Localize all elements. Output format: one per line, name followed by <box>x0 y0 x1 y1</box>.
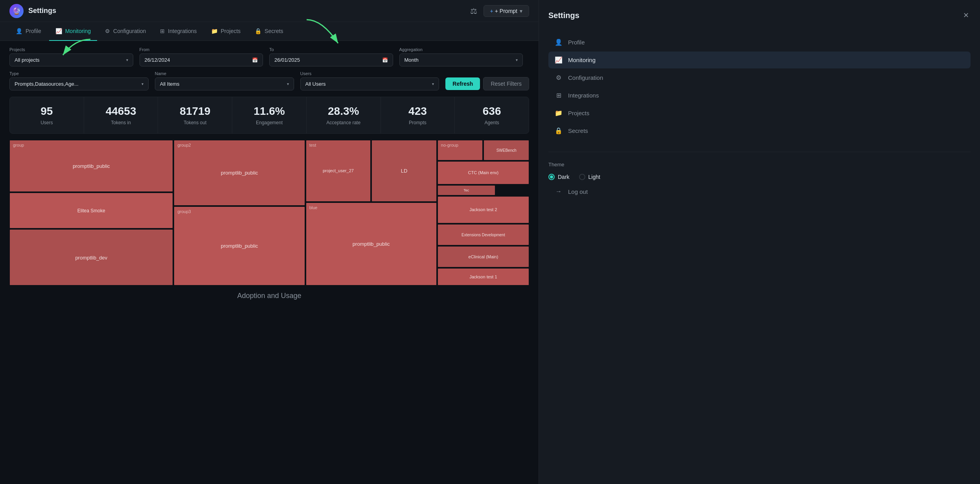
to-calendar-icon: 📅 <box>382 57 388 63</box>
filter-users: Users All Users ▾ <box>300 71 446 90</box>
adoption-label: Adoption and Usage <box>0 285 539 306</box>
nav-secrets-icon: 🔒 <box>555 127 563 134</box>
cell-ctc: CTC (Main env) <box>468 170 499 175</box>
configuration-icon: ⚙ <box>105 28 110 34</box>
settings-nav-configuration[interactable]: ⚙ Configuration <box>548 69 971 86</box>
theme-light-option[interactable]: Light <box>579 174 600 180</box>
nav-profile-label: Profile <box>568 39 585 46</box>
treemap-cell-swebench: SWEBench <box>484 140 529 160</box>
stat-prompts-label: Prompts <box>409 120 427 125</box>
nav-monitoring-icon: 📈 <box>555 56 563 64</box>
nav-tabs: 👤 Profile 📈 Monitoring ⚙ Configuration ⊞… <box>0 22 539 41</box>
stat-tokens-in-label: Tokens in <box>111 120 131 125</box>
reset-filters-button[interactable]: Reset Filters <box>483 77 529 90</box>
stat-tokens-in-value: 44653 <box>106 105 136 118</box>
projects-icon: 📁 <box>211 28 218 34</box>
projects-select[interactable]: All projects ▾ <box>9 53 133 66</box>
tab-projects-label: Projects <box>221 28 241 34</box>
stat-tokens-out-label: Tokens out <box>184 120 206 125</box>
cell-project-user: project_user_27 <box>323 168 354 173</box>
settings-nav: 👤 Profile 📈 Monitoring ⚙ Configuration ⊞… <box>548 34 971 139</box>
test-label: test <box>309 143 316 147</box>
stat-users-label: Users <box>40 120 53 125</box>
type-select[interactable]: Prompts,Datasources,Age... ▾ <box>9 77 149 90</box>
settings-panel: Settings ✕ 👤 Profile 📈 Monitoring ⚙ Conf… <box>539 0 980 484</box>
cell-promptlib-public-3: promptlib_public <box>221 243 258 249</box>
to-value: 26/01/2025 <box>274 57 300 63</box>
tab-profile-label: Profile <box>26 28 41 34</box>
cell-eclinical: eClinical (Main) <box>469 254 498 259</box>
topbar: 🔮 Settings ⚖ + + Prompt ▾ <box>0 0 539 22</box>
filters-row-1: Projects All projects ▾ From 26/12/2024 … <box>0 41 539 70</box>
settings-nav-monitoring[interactable]: 📈 Monitoring <box>548 52 971 68</box>
treemap-cell-elitea: Elitea Smoke <box>9 193 173 228</box>
settings-nav-profile[interactable]: 👤 Profile <box>548 34 971 51</box>
aggregation-select[interactable]: Month ▾ <box>399 53 523 66</box>
settings-nav-projects[interactable]: 📁 Projects <box>548 105 971 121</box>
tab-configuration[interactable]: ⚙ Configuration <box>99 22 152 41</box>
prompt-button[interactable]: + + Prompt ▾ <box>484 5 529 17</box>
tab-monitoring[interactable]: 📈 Monitoring <box>49 22 97 41</box>
aggregation-label: Aggregation <box>399 47 523 52</box>
stat-engagement: 11.6% Engagement <box>232 97 306 133</box>
nav-configuration-icon: ⚙ <box>555 74 563 81</box>
users-value: All Users <box>305 81 326 87</box>
secrets-icon: 🔒 <box>255 28 261 34</box>
cell-promptlib-public-2: promptlib_public <box>221 170 258 176</box>
logout-button[interactable]: → Log out <box>548 183 971 200</box>
group3-label: group3 <box>177 209 191 214</box>
stat-agents: 636 Agents <box>455 97 529 133</box>
settings-nav-integrations[interactable]: ⊞ Integrations <box>548 87 971 104</box>
nav-projects-label: Projects <box>568 110 589 116</box>
theme-section-title: Theme <box>548 162 971 167</box>
name-value: All Items <box>160 81 180 87</box>
from-date-input[interactable]: 26/12/2024 📅 <box>140 53 263 66</box>
to-label: To <box>269 47 393 52</box>
nav-integrations-label: Integrations <box>568 92 599 99</box>
theme-dark-option[interactable]: Dark <box>548 174 570 180</box>
tab-profile[interactable]: 👤 Profile <box>9 22 48 41</box>
filter-from: From 26/12/2024 📅 <box>140 47 270 66</box>
stat-tokens-out: 81719 Tokens out <box>158 97 232 133</box>
refresh-button[interactable]: Refresh <box>445 77 480 90</box>
treemap-cell-group2: group2 promptlib_public <box>174 140 305 206</box>
light-radio[interactable] <box>579 174 585 180</box>
settings-close-button[interactable]: ✕ <box>962 9 971 21</box>
nav-monitoring-label: Monitoring <box>568 57 596 63</box>
treemap-cell-blue: blue promptlib_public <box>306 202 437 285</box>
treemap-cell-promptlib-dev: promptlib_dev <box>9 229 173 285</box>
cell-tech: Tec <box>463 188 469 192</box>
treemap-cell-eclinical: eClinical (Main) <box>438 246 529 267</box>
main-area: 🔮 Settings ⚖ + + Prompt ▾ 👤 Profile 📈 Mo… <box>0 0 539 484</box>
users-chevron: ▾ <box>432 82 434 86</box>
filter-type: Type Prompts,Datasources,Age... ▾ <box>9 71 155 90</box>
treemap-cell-ld: LD <box>371 140 437 202</box>
filters-row-2: Type Prompts,Datasources,Age... ▾ Name A… <box>0 70 539 97</box>
nav-profile-icon: 👤 <box>555 39 563 46</box>
plus-icon: + <box>490 8 493 14</box>
users-select[interactable]: All Users ▾ <box>300 77 439 90</box>
cell-ld: LD <box>401 168 408 174</box>
type-value: Prompts,Datasources,Age... <box>15 81 79 87</box>
cell-jackson-test-1: Jackson test 1 <box>469 274 497 279</box>
treemap-cell-jackson1: Jackson test 1 <box>438 268 529 285</box>
tab-projects[interactable]: 📁 Projects <box>205 22 247 41</box>
tab-secrets[interactable]: 🔒 Secrets <box>248 22 289 41</box>
treemap-cell-jackson2: Jackson test 2 <box>438 196 529 224</box>
profile-icon: 👤 <box>16 28 22 34</box>
type-label: Type <box>9 71 149 76</box>
stat-engagement-value: 11.6% <box>254 105 285 118</box>
treemap: group promptlib_public Elitea Smoke prom… <box>9 140 529 285</box>
filter-aggregation: Aggregation Month ▾ <box>399 47 530 66</box>
cell-swebench: SWEBench <box>496 148 517 152</box>
settings-nav-secrets[interactable]: 🔒 Secrets <box>548 122 971 139</box>
to-date-input[interactable]: 26/01/2025 📅 <box>269 53 393 66</box>
integrations-icon: ⊞ <box>160 28 165 34</box>
name-select[interactable]: All Items ▾ <box>155 77 294 90</box>
tab-integrations[interactable]: ⊞ Integrations <box>154 22 203 41</box>
cell-promptlib-public-4: promptlib_public <box>353 241 390 247</box>
nav-integrations-icon: ⊞ <box>555 92 563 99</box>
filter-to: To 26/01/2025 📅 <box>269 47 399 66</box>
dark-radio[interactable] <box>548 174 555 180</box>
treemap-cell-test-left: test project_user_27 <box>306 140 371 202</box>
